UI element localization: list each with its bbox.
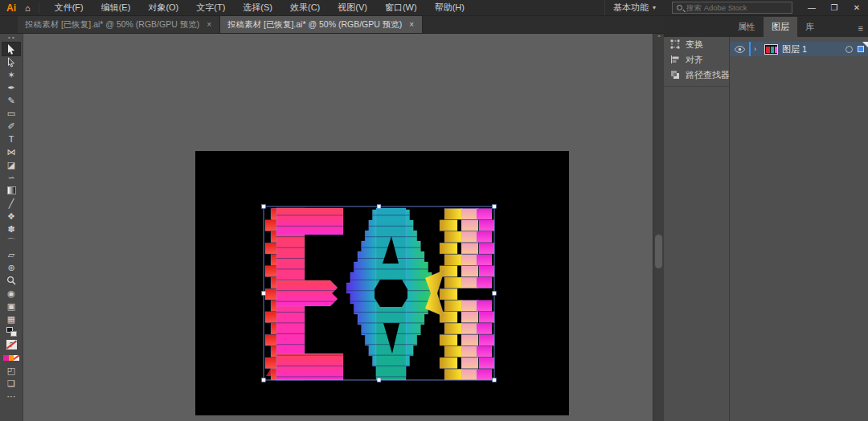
layer-name[interactable]: 图层 1: [782, 43, 845, 55]
document-tab-1[interactable]: 投稿素材 [已恢复].ai* @ 50% (RGB/GPU 预览) ×: [18, 16, 220, 33]
type-tool[interactable]: T: [2, 133, 20, 145]
hand-tool[interactable]: ◉: [2, 287, 20, 300]
rectangle-tool[interactable]: ▭: [2, 107, 20, 120]
layer-thumbnail[interactable]: [764, 44, 778, 55]
transform-icon: [670, 39, 680, 51]
magic-wand-tool[interactable]: ✶: [2, 68, 20, 81]
none-swatch[interactable]: ?: [2, 338, 20, 351]
menu-item-1[interactable]: 编辑(E): [92, 2, 140, 14]
symbol-sprayer-tool[interactable]: ✽: [2, 223, 20, 235]
more-tools[interactable]: ⋯: [2, 390, 20, 403]
tab-properties[interactable]: 属性: [730, 17, 764, 37]
dock-item-label: 路径查找器: [686, 69, 730, 81]
minimize-button[interactable]: —: [800, 0, 823, 15]
blend-tool[interactable]: ❖: [2, 210, 20, 223]
fill-stroke-swap[interactable]: [2, 325, 20, 338]
perspective-grid-tool[interactable]: ▦: [2, 313, 20, 325]
layer-target-icon[interactable]: [845, 46, 853, 53]
menu-items: 文件(F)编辑(E)对象(O)文字(T)选择(S)效果(C)视图(V)窗口(W)…: [46, 0, 473, 15]
canvas-pasteboard[interactable]: [23, 34, 653, 421]
workspace-switcher[interactable]: 基本功能 ▾: [604, 0, 664, 15]
menu-item-2[interactable]: 对象(O): [139, 2, 187, 14]
tab-libraries[interactable]: 库: [797, 17, 822, 37]
document-tab-2[interactable]: 投稿素材 [已恢复].ai* @ 50% (RGB/GPU 预览) ×: [220, 16, 423, 33]
scrollbar-thumb[interactable]: [655, 235, 662, 268]
direct-selection-tool[interactable]: [2, 55, 20, 68]
menu-item-3[interactable]: 文字(T): [187, 2, 234, 14]
tab-layers[interactable]: 图层: [764, 17, 797, 37]
toolbar-tools: ✶✒✎▭✐T⋈◪∽╱❖✽⌒▱⊛◉▣▦?◰❏⋯: [0, 43, 23, 403]
document-tab-2-title: 投稿素材 [已恢复].ai* @ 50% (RGB/GPU 预览): [227, 19, 402, 31]
dock-separator: [664, 86, 729, 87]
screen-mode[interactable]: ❏: [2, 377, 20, 390]
vertical-scrollbar[interactable]: ⌃: [653, 34, 664, 421]
drawing-mode[interactable]: ◰: [2, 364, 20, 377]
layer-row[interactable]: › 图层 1: [730, 42, 868, 56]
dock-item-label: 变换: [686, 39, 703, 51]
dock-item-label: 对齐: [686, 54, 703, 66]
collapsed-panel-dock: 变换对齐路径查找器: [664, 37, 730, 421]
menu-item-4[interactable]: 选择(S): [234, 2, 281, 14]
chevron-down-icon: ▾: [653, 4, 656, 11]
ribbon-text-artwork[interactable]: [195, 151, 569, 415]
paintbrush-tool[interactable]: ✐: [2, 120, 20, 133]
dock-item-0[interactable]: 变换: [664, 37, 729, 52]
rotate-view-tool[interactable]: ⊛: [2, 261, 20, 274]
panel-tabs: 属性 图层 库 ≡: [730, 16, 868, 37]
tabbar-spacer: [0, 16, 18, 33]
workspace-label: 基本功能: [613, 2, 649, 14]
shape-builder-tool[interactable]: ▣: [2, 300, 20, 313]
dock-items: 变换对齐路径查找器: [664, 37, 729, 83]
width-tool[interactable]: ⋈: [2, 145, 20, 158]
panel-menu-icon[interactable]: ≡: [854, 19, 868, 37]
layers-panel: › 图层 1: [730, 37, 868, 421]
dock-item-1[interactable]: 对齐: [664, 52, 729, 67]
right-dock: 属性 图层 库 ≡ 变换对齐路径查找器 › 图层 1: [664, 16, 868, 421]
menu-item-5[interactable]: 效果(C): [281, 2, 329, 14]
ai-logo[interactable]: Ai: [0, 2, 23, 14]
close-icon[interactable]: ×: [408, 20, 415, 29]
close-icon[interactable]: ×: [206, 20, 212, 29]
expand-chevron-icon[interactable]: ›: [754, 45, 762, 53]
eyedropper-tool[interactable]: ╱: [2, 197, 20, 210]
scroll-up-icon[interactable]: ⌃: [653, 35, 665, 42]
home-icon[interactable]: ⌂: [23, 3, 39, 13]
menu-item-7[interactable]: 窗口(W): [376, 2, 426, 14]
artboard[interactable]: [195, 151, 569, 415]
pathfinder-icon: [670, 70, 680, 81]
pen-tool[interactable]: ✒: [2, 81, 20, 94]
eraser-tool[interactable]: ◪: [2, 158, 20, 171]
lasso-tool[interactable]: ∽: [2, 171, 20, 184]
visibility-eye-icon[interactable]: [730, 46, 749, 53]
menu-bar: Ai ⌂ 文件(F)编辑(E)对象(O)文字(T)选择(S)效果(C)视图(V)…: [0, 0, 868, 16]
zoom-tool[interactable]: [2, 274, 20, 287]
panel-header: 属性 图层 库 ≡: [664, 16, 868, 37]
arc-tool[interactable]: ⌒: [2, 235, 20, 248]
document-tab-bar: 投稿素材 [已恢复].ai* @ 50% (RGB/GPU 预览) × 投稿素材…: [0, 16, 664, 34]
search-input[interactable]: [686, 3, 783, 12]
tool-bar: • • ✶✒✎▭✐T⋈◪∽╱❖✽⌒▱⊛◉▣▦?◰❏⋯: [0, 34, 23, 421]
close-button[interactable]: ✕: [845, 0, 868, 15]
restore-button[interactable]: ❐: [823, 0, 845, 15]
toolbar-grip[interactable]: • •: [8, 35, 14, 42]
layer-corner-flag: [862, 42, 868, 47]
dock-item-2[interactable]: 路径查找器: [664, 67, 729, 83]
search-icon: [677, 5, 682, 10]
illustrator-window: Ai ⌂ 文件(F)编辑(E)对象(O)文字(T)选择(S)效果(C)视图(V)…: [0, 0, 868, 421]
stock-search[interactable]: [672, 2, 792, 14]
menubar-right: 基本功能 ▾ — ❐ ✕: [604, 0, 868, 15]
curvature-tool[interactable]: ✎: [2, 94, 20, 107]
menu-item-8[interactable]: 帮助(H): [426, 2, 473, 14]
window-controls: — ❐ ✕: [800, 0, 868, 15]
menu-item-0[interactable]: 文件(F): [46, 2, 92, 14]
document-tab-1-title: 投稿素材 [已恢复].ai* @ 50% (RGB/GPU 预览): [25, 19, 199, 31]
selection-tool[interactable]: [2, 43, 20, 55]
align-icon: [670, 55, 680, 66]
menu-item-6[interactable]: 视图(V): [329, 2, 376, 14]
color-bar[interactable]: [2, 351, 20, 364]
layer-accent-bar: [749, 42, 751, 56]
gradient-tool[interactable]: [2, 184, 20, 197]
artboard-tool[interactable]: ▱: [2, 248, 20, 261]
